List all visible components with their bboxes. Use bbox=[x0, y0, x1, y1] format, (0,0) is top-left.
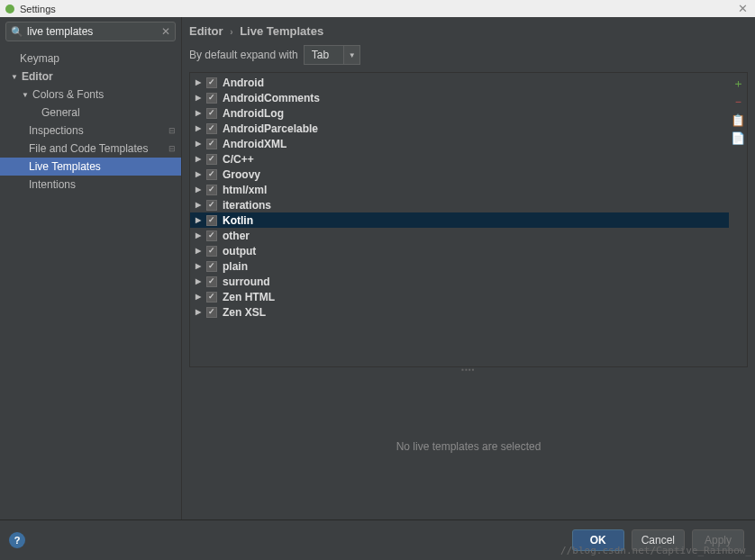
tree-arrow-icon: ▼ bbox=[11, 73, 22, 81]
template-group[interactable]: ▶✓C/C++ bbox=[190, 151, 729, 167]
template-group-label: plain bbox=[223, 260, 248, 273]
duplicate-icon[interactable]: 📄 bbox=[731, 131, 745, 145]
watermark-text: //blog.csdn.net/Captive_Rainbow_ bbox=[560, 545, 751, 556]
template-group[interactable]: ▶✓other bbox=[190, 228, 729, 243]
expand-arrow-icon[interactable]: ▶ bbox=[196, 277, 205, 285]
window-titlebar: Settings ✕ bbox=[0, 0, 755, 17]
sidebar-item-label: Editor bbox=[22, 70, 53, 83]
expand-arrow-icon[interactable]: ▶ bbox=[196, 78, 205, 86]
template-group[interactable]: ▶✓iterations bbox=[190, 197, 729, 212]
expand-arrow-icon[interactable]: ▶ bbox=[196, 155, 205, 163]
search-icon: 🔍 bbox=[11, 26, 23, 38]
template-checkbox[interactable]: ✓ bbox=[206, 230, 217, 241]
expand-arrow-icon[interactable]: ▶ bbox=[196, 94, 205, 102]
template-checkbox[interactable]: ✓ bbox=[206, 154, 217, 165]
add-icon[interactable]: ＋ bbox=[731, 77, 745, 91]
template-group[interactable]: ▶✓Zen HTML bbox=[190, 289, 729, 304]
template-group-label: iterations bbox=[223, 199, 271, 212]
template-checkbox[interactable]: ✓ bbox=[206, 292, 217, 303]
template-group[interactable]: ▶✓surround bbox=[190, 274, 729, 289]
templates-area: ▶✓Android▶✓AndroidComments▶✓AndroidLog▶✓… bbox=[189, 72, 748, 367]
template-group[interactable]: ▶✓output bbox=[190, 243, 729, 258]
template-group[interactable]: ▶✓AndroidParcelable bbox=[190, 121, 729, 136]
breadcrumb-separator: › bbox=[230, 27, 232, 37]
splitter-grip[interactable]: ▪▪▪▪ bbox=[182, 366, 755, 373]
expand-arrow-icon[interactable]: ▶ bbox=[196, 140, 205, 148]
template-checkbox[interactable]: ✓ bbox=[206, 261, 217, 272]
templates-list[interactable]: ▶✓Android▶✓AndroidComments▶✓AndroidLog▶✓… bbox=[190, 73, 729, 366]
template-checkbox[interactable]: ✓ bbox=[206, 215, 217, 226]
expand-label: By default expand with bbox=[189, 49, 298, 61]
expand-arrow-icon[interactable]: ▶ bbox=[196, 308, 205, 316]
sidebar-item[interactable]: Live Templates bbox=[0, 158, 181, 176]
sidebar-item-label: Colors & Fonts bbox=[32, 88, 104, 101]
expand-arrow-icon[interactable]: ▶ bbox=[196, 109, 205, 117]
template-group-label: AndroidLog bbox=[223, 107, 284, 120]
template-checkbox[interactable]: ✓ bbox=[206, 77, 217, 88]
expand-arrow-icon[interactable]: ▶ bbox=[196, 262, 205, 270]
sidebar-item[interactable]: Intentions bbox=[0, 176, 181, 194]
expand-arrow-icon[interactable]: ▶ bbox=[196, 216, 205, 224]
template-group-label: Zen XSL bbox=[223, 306, 266, 319]
copy-icon[interactable]: 📋 bbox=[731, 113, 745, 127]
template-checkbox[interactable]: ✓ bbox=[206, 185, 217, 195]
template-group[interactable]: ▶✓AndroidXML bbox=[190, 136, 729, 151]
expand-arrow-icon[interactable]: ▶ bbox=[196, 201, 205, 209]
remove-icon[interactable]: － bbox=[731, 95, 745, 109]
template-group[interactable]: ▶✓Kotlin bbox=[190, 212, 729, 228]
template-group[interactable]: ▶✓Groovy bbox=[190, 167, 729, 182]
template-checkbox[interactable]: ✓ bbox=[206, 276, 217, 287]
template-group[interactable]: ▶✓Android bbox=[190, 75, 729, 90]
sidebar-item-label: Live Templates bbox=[29, 160, 101, 173]
template-group[interactable]: ▶✓html/xml bbox=[190, 182, 729, 197]
clear-search-icon[interactable]: ✕ bbox=[161, 25, 170, 38]
sidebar-item[interactable]: General bbox=[0, 104, 181, 122]
template-group-label: AndroidXML bbox=[223, 138, 287, 150]
breadcrumb: Editor › Live Templates bbox=[182, 17, 755, 43]
search-text: live templates bbox=[27, 25, 161, 38]
window-title: Settings bbox=[20, 4, 56, 14]
template-checkbox[interactable]: ✓ bbox=[206, 93, 217, 104]
close-icon[interactable]: ✕ bbox=[738, 2, 748, 15]
app-icon bbox=[5, 5, 14, 14]
sidebar-item[interactable]: Inspections⊟ bbox=[0, 122, 181, 140]
content-area: 🔍 live templates ✕ Keymap▼Editor▼Colors … bbox=[0, 17, 755, 519]
template-checkbox[interactable]: ✓ bbox=[206, 139, 217, 149]
template-checkbox[interactable]: ✓ bbox=[206, 123, 217, 134]
template-group-label: Kotlin bbox=[223, 214, 253, 227]
template-group[interactable]: ▶✓AndroidComments bbox=[190, 90, 729, 105]
template-group-label: Groovy bbox=[223, 168, 260, 181]
template-group[interactable]: ▶✓Zen XSL bbox=[190, 304, 729, 320]
template-group[interactable]: ▶✓plain bbox=[190, 258, 729, 274]
sidebar-item-label: Keymap bbox=[20, 52, 59, 65]
expand-row: By default expand with Tab ▼ bbox=[182, 43, 755, 72]
template-checkbox[interactable]: ✓ bbox=[206, 200, 217, 211]
help-icon[interactable]: ? bbox=[9, 532, 25, 548]
sidebar-item[interactable]: File and Code Templates⊟ bbox=[0, 140, 181, 158]
expand-arrow-icon[interactable]: ▶ bbox=[196, 185, 205, 194]
sidebar-item[interactable]: ▼Editor bbox=[0, 68, 181, 86]
sidebar-item[interactable]: Keymap bbox=[0, 50, 181, 68]
template-checkbox[interactable]: ✓ bbox=[206, 307, 217, 318]
project-badge-icon: ⊟ bbox=[168, 126, 176, 135]
tree-arrow-icon: ▼ bbox=[22, 91, 32, 99]
template-group-label: AndroidParcelable bbox=[223, 122, 318, 135]
search-input[interactable]: 🔍 live templates ✕ bbox=[5, 22, 176, 41]
expand-arrow-icon[interactable]: ▶ bbox=[196, 247, 205, 255]
settings-sidebar: 🔍 live templates ✕ Keymap▼Editor▼Colors … bbox=[0, 17, 182, 519]
template-checkbox[interactable]: ✓ bbox=[206, 108, 217, 119]
expand-arrow-icon[interactable]: ▶ bbox=[196, 231, 205, 239]
detail-panel: No live templates are selected bbox=[189, 373, 748, 519]
expand-arrow-icon[interactable]: ▶ bbox=[196, 293, 205, 301]
expand-arrow-icon[interactable]: ▶ bbox=[196, 170, 205, 178]
expand-arrow-icon[interactable]: ▶ bbox=[196, 124, 205, 132]
settings-tree: Keymap▼Editor▼Colors & FontsGeneralInspe… bbox=[0, 46, 181, 519]
template-checkbox[interactable]: ✓ bbox=[206, 169, 217, 180]
project-badge-icon: ⊟ bbox=[168, 144, 176, 153]
sidebar-item[interactable]: ▼Colors & Fonts bbox=[0, 86, 181, 104]
expand-combo[interactable]: Tab ▼ bbox=[304, 45, 360, 65]
empty-text: No live templates are selected bbox=[396, 440, 541, 453]
template-group[interactable]: ▶✓AndroidLog bbox=[190, 105, 729, 121]
template-checkbox[interactable]: ✓ bbox=[206, 246, 217, 257]
chevron-down-icon: ▼ bbox=[343, 46, 359, 64]
